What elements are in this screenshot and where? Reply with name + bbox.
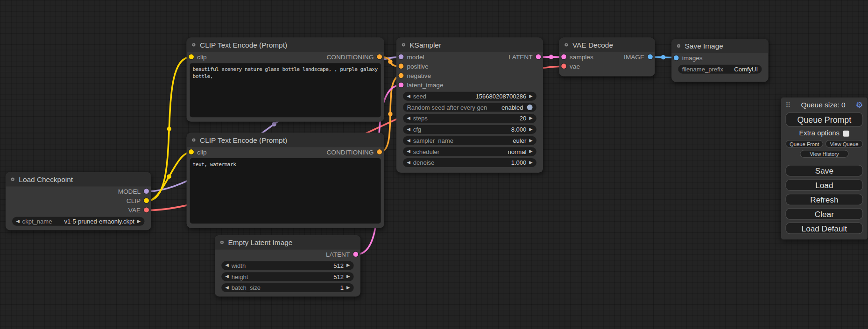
queue-front-button[interactable]: Queue Front: [785, 140, 823, 148]
link-midpoint-dot[interactable]: [549, 55, 553, 59]
image-input-dot[interactable]: [674, 56, 679, 61]
clip-input-dot[interactable]: [189, 149, 194, 154]
menu-drag-handle-icon[interactable]: ⠿: [785, 101, 790, 109]
widget-seed[interactable]: ◀ seed 156680208700286 ▶: [403, 92, 536, 101]
vae-output-dot[interactable]: [144, 208, 149, 213]
model-input-dot[interactable]: [399, 54, 404, 59]
load-default-button[interactable]: Load Default: [785, 223, 863, 234]
node-empty-latent-image[interactable]: Empty Latent Image LATENT ◀ width 512 ▶ …: [215, 235, 360, 297]
input-slot-model[interactable]: model: [396, 52, 424, 61]
node-save-image[interactable]: Save Image images filename_prefix ComfyU…: [671, 39, 768, 82]
decrement-arrow-icon[interactable]: ◀: [407, 149, 410, 154]
widget-batch-size[interactable]: ◀ batch_size 1 ▶: [221, 283, 353, 292]
latent-output-dot[interactable]: [536, 54, 541, 59]
widget-ckpt-name[interactable]: ◀ ckpt_name v1-5-pruned-emaonly.ckpt ▶: [12, 217, 144, 226]
link-midpoint-dot[interactable]: [272, 122, 276, 126]
model-output-dot[interactable]: [144, 189, 149, 194]
decrement-arrow-icon[interactable]: ◀: [226, 263, 229, 267]
node-title-bar[interactable]: Load Checkpoint: [6, 172, 151, 187]
queue-prompt-button[interactable]: Queue Prompt: [785, 112, 863, 127]
widget-control-after-generate[interactable]: Random seed after every gen enabled: [403, 103, 536, 112]
link-midpoint-dot[interactable]: [661, 55, 665, 59]
node-title-bar[interactable]: CLIP Text Encode (Prompt): [187, 133, 384, 147]
increment-arrow-icon[interactable]: ▶: [529, 161, 532, 165]
node-title-bar[interactable]: KSampler: [396, 38, 543, 52]
widget-steps[interactable]: ◀ steps 20 ▶: [403, 114, 536, 123]
increment-arrow-icon[interactable]: ▶: [529, 138, 532, 142]
node-vae-decode[interactable]: VAE Decode samples IMAGE vae: [559, 38, 655, 77]
input-slot-positive[interactable]: positive: [396, 62, 429, 71]
input-slot-clip[interactable]: clip: [187, 52, 207, 61]
decrement-arrow-icon[interactable]: ◀: [16, 219, 19, 223]
widget-width[interactable]: ◀ width 512 ▶: [221, 261, 353, 270]
increment-arrow-icon[interactable]: ▶: [529, 116, 532, 120]
increment-arrow-icon[interactable]: ▶: [346, 286, 350, 290]
increment-arrow-icon[interactable]: ▶: [346, 263, 350, 267]
extra-options-checkbox[interactable]: [843, 130, 849, 136]
output-slot-model[interactable]: MODEL: [118, 187, 151, 196]
negative-prompt-textarea[interactable]: text, watermark: [190, 158, 381, 224]
node-title-bar[interactable]: VAE Decode: [559, 38, 655, 52]
refresh-button[interactable]: Refresh: [785, 194, 863, 205]
link-midpoint-dot[interactable]: [388, 59, 392, 63]
positive-prompt-textarea[interactable]: beautiful scenery nature glass bottle la…: [190, 63, 381, 117]
node-clip-text-encode-negative[interactable]: CLIP Text Encode (Prompt) clip CONDITION…: [187, 133, 384, 228]
decrement-arrow-icon[interactable]: ◀: [226, 286, 229, 290]
link-midpoint-dot[interactable]: [167, 127, 171, 131]
decrement-arrow-icon[interactable]: ◀: [226, 274, 229, 279]
settings-gear-icon[interactable]: ⚙: [855, 101, 863, 109]
node-title-bar[interactable]: Empty Latent Image: [215, 235, 360, 250]
conditioning-input-dot[interactable]: [399, 63, 404, 69]
clip-output-dot[interactable]: [144, 198, 149, 203]
input-slot-samples[interactable]: samples: [559, 52, 593, 61]
widget-denoise[interactable]: ◀ denoise 1.000 ▶: [403, 158, 536, 167]
increment-arrow-icon[interactable]: ▶: [529, 149, 532, 154]
decrement-arrow-icon[interactable]: ◀: [407, 138, 410, 142]
output-slot-vae[interactable]: VAE: [128, 205, 151, 215]
input-slot-negative[interactable]: negative: [396, 71, 431, 80]
widget-scheduler[interactable]: ◀ scheduler normal ▶: [403, 147, 536, 156]
node-clip-text-encode-positive[interactable]: CLIP Text Encode (Prompt) clip CONDITION…: [187, 38, 384, 122]
conditioning-output-dot[interactable]: [377, 149, 382, 154]
node-title-bar[interactable]: Save Image: [671, 39, 768, 53]
output-slot-latent[interactable]: LATENT: [508, 52, 543, 61]
output-slot-latent[interactable]: LATENT: [326, 250, 360, 259]
load-button[interactable]: Load: [785, 179, 863, 191]
link-midpoint-dot[interactable]: [167, 174, 171, 178]
link-midpoint-dot[interactable]: [388, 112, 392, 116]
view-queue-button[interactable]: View Queue: [826, 140, 863, 148]
increment-arrow-icon[interactable]: ▶: [529, 94, 532, 98]
widget-filename-prefix[interactable]: filename_prefix ComfyUI: [678, 65, 762, 74]
widget-cfg[interactable]: ◀ cfg 8.000 ▶: [403, 125, 536, 134]
node-ksampler[interactable]: KSampler model LATENT positive negative …: [396, 38, 543, 173]
output-slot-conditioning[interactable]: CONDITIONING: [327, 52, 384, 61]
decrement-arrow-icon[interactable]: ◀: [407, 94, 410, 98]
clip-input-dot[interactable]: [189, 54, 194, 59]
input-slot-images[interactable]: images: [671, 53, 702, 63]
toggle-knob[interactable]: [527, 105, 533, 110]
output-slot-clip[interactable]: CLIP: [127, 196, 151, 205]
save-button[interactable]: Save: [785, 165, 863, 176]
widget-sampler-name[interactable]: ◀ sampler_name euler ▶: [403, 136, 536, 145]
view-history-button[interactable]: View History: [800, 150, 848, 158]
latent-input-dot[interactable]: [561, 54, 566, 59]
decrement-arrow-icon[interactable]: ◀: [407, 127, 410, 132]
image-output-dot[interactable]: [648, 54, 653, 59]
input-slot-vae[interactable]: vae: [559, 62, 580, 71]
decrement-arrow-icon[interactable]: ◀: [407, 116, 410, 120]
conditioning-output-dot[interactable]: [377, 54, 382, 59]
graph-canvas[interactable]: Load Checkpoint MODEL CLIP VAE ◀ ckpt_na…: [0, 0, 868, 329]
clear-button[interactable]: Clear: [785, 208, 863, 220]
output-slot-image[interactable]: IMAGE: [624, 52, 655, 61]
conditioning-input-dot[interactable]: [399, 73, 404, 78]
increment-arrow-icon[interactable]: ▶: [529, 127, 532, 132]
increment-arrow-icon[interactable]: ▶: [346, 274, 350, 279]
vae-input-dot[interactable]: [561, 63, 566, 69]
widget-height[interactable]: ◀ height 512 ▶: [221, 272, 353, 281]
latent-input-dot[interactable]: [399, 83, 404, 88]
node-load-checkpoint[interactable]: Load Checkpoint MODEL CLIP VAE ◀ ckpt_na…: [6, 172, 151, 230]
decrement-arrow-icon[interactable]: ◀: [407, 161, 410, 165]
input-slot-latent-image[interactable]: latent_image: [396, 80, 444, 90]
increment-arrow-icon[interactable]: ▶: [137, 219, 141, 223]
input-slot-clip[interactable]: clip: [187, 147, 207, 156]
